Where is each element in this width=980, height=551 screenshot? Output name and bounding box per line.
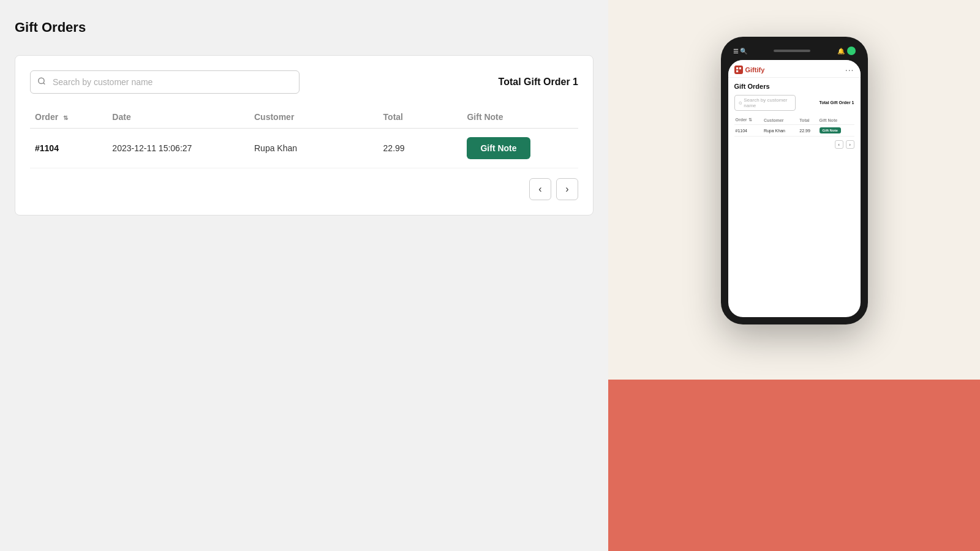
svg-rect-4 [736, 70, 738, 72]
phone-app-header: Giftify ··· [728, 60, 861, 78]
phone-col-total: Total [798, 116, 818, 125]
phone-orders-table: Order ⇅ Customer Total Gift Note #1104 R… [734, 116, 854, 137]
phone-col-order: Order ⇅ [734, 116, 763, 125]
table-row: #1104 2023-12-11 15:06:27 Rupa Khan 22.9… [30, 129, 578, 168]
phone-cell-customer: Rupa Khan [763, 125, 798, 137]
phone-page-title: Gift Orders [734, 83, 854, 90]
content-card: Total Gift Order 1 Order ⇅ Date Customer… [15, 55, 594, 216]
orders-table: Order ⇅ Date Customer Total Gift Note #1… [30, 106, 578, 168]
svg-line-1 [43, 83, 45, 84]
phone-search-box[interactable]: Search by customer name [734, 95, 796, 111]
pagination-row: ‹ › [30, 168, 578, 200]
phone-notch-center [774, 50, 810, 52]
phone-prev-btn[interactable]: ‹ [835, 140, 843, 149]
phone-bell-icon: 🔔 [837, 48, 845, 54]
cell-customer: Rupa Khan [249, 129, 379, 168]
phone-col-giftnote: Gift Note [818, 116, 854, 125]
cell-total: 22.99 [379, 129, 462, 168]
col-header-date: Date [107, 106, 249, 129]
phone-status-icon [847, 47, 856, 55]
phone-search-row: Search by customer name Total Gift Order… [734, 95, 854, 111]
sort-icon-order: ⇅ [63, 114, 68, 121]
left-panel: Gift Orders Total Gift Order 1 Order ⇅ [0, 0, 608, 551]
search-row: Total Gift Order 1 [30, 70, 578, 94]
svg-point-0 [39, 78, 44, 83]
phone-gift-note-button[interactable]: Gift Note [820, 127, 841, 133]
phone-cell-total: 22.99 [798, 125, 818, 137]
phone-table-row: #1104 Rupa Khan 22.99 Gift Note [734, 125, 854, 137]
svg-line-6 [741, 103, 742, 104]
phone-notch-left: ☰ 🔍 [733, 48, 748, 54]
col-header-order: Order ⇅ [30, 106, 107, 129]
phone-mockup: ☰ 🔍 🔔 Giftify ··· Gi [721, 37, 868, 324]
phone-col-customer: Customer [763, 116, 798, 125]
phone-content: Gift Orders Search by customer name Tota… [728, 78, 861, 154]
phone-app-dots: ··· [845, 65, 854, 75]
gift-note-button[interactable]: Gift Note [467, 137, 530, 159]
phone-logo-icon [734, 66, 743, 74]
search-wrapper [30, 70, 300, 94]
red-decorative-block [608, 380, 980, 551]
phone-app-logo: Giftify [734, 66, 765, 74]
search-input[interactable] [30, 70, 300, 94]
phone-next-btn[interactable]: › [846, 140, 854, 149]
phone-search-placeholder: Search by customer name [744, 97, 791, 108]
phone-screen: Giftify ··· Gift Orders Search by custom… [728, 60, 861, 317]
phone-total-label: Total Gift Order 1 [819, 100, 854, 105]
cell-date: 2023-12-11 15:06:27 [107, 129, 249, 168]
phone-notch-right: 🔔 [837, 47, 856, 55]
col-header-customer: Customer [249, 106, 379, 129]
phone-pagination: ‹ › [734, 137, 854, 149]
phone-cell-order: #1104 [734, 125, 763, 137]
phone-notch-bar: ☰ 🔍 🔔 [728, 44, 861, 60]
order-link[interactable]: #1104 [35, 143, 59, 153]
phone-app-name: Giftify [745, 66, 765, 73]
cell-giftnote: Gift Note [462, 129, 578, 168]
prev-page-button[interactable]: ‹ [529, 178, 551, 200]
right-panel: ☰ 🔍 🔔 Giftify ··· Gi [608, 0, 980, 551]
cell-order: #1104 [30, 129, 107, 168]
total-gift-order-label: Total Gift Order 1 [499, 77, 578, 88]
phone-cell-giftnote: Gift Note [818, 125, 854, 137]
svg-rect-3 [739, 67, 741, 69]
col-header-giftnote: Gift Note [462, 106, 578, 129]
col-header-total: Total [379, 106, 462, 129]
next-page-button[interactable]: › [556, 178, 578, 200]
svg-rect-2 [736, 67, 738, 69]
page-title: Gift Orders [15, 20, 594, 36]
search-icon [37, 77, 46, 88]
svg-point-5 [739, 102, 741, 104]
